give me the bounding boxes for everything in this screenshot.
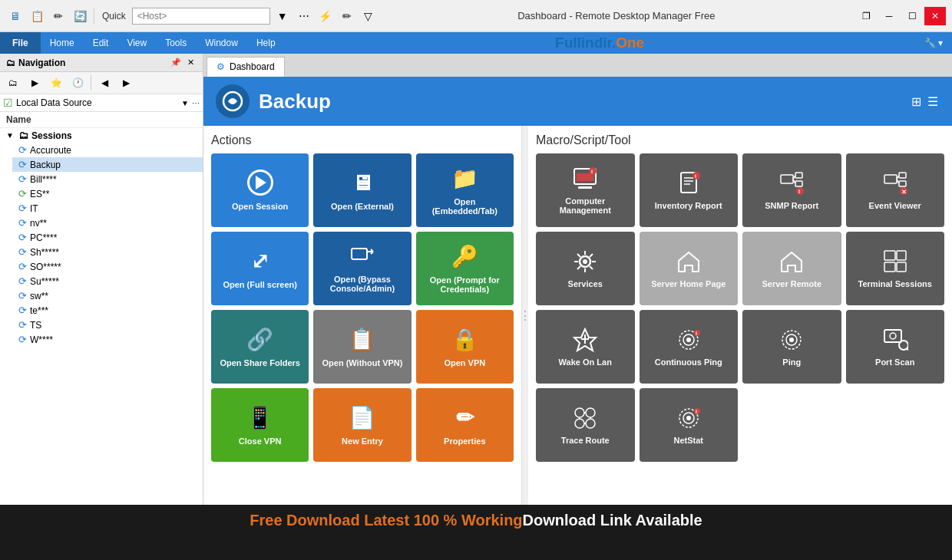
tree-item-backup[interactable]: ⟳ Backup (12, 157, 203, 172)
host-btn-1[interactable]: ⋯ (295, 7, 313, 25)
open-external-icon: 🖥 (352, 170, 373, 196)
nav-arrow-right[interactable]: ▶ (116, 74, 136, 91)
close-nav-btn[interactable]: ✕ (185, 57, 197, 68)
open-session-btn[interactable]: Open Session (211, 153, 309, 227)
menu-edit[interactable]: Edit (84, 32, 118, 54)
tree-item-accuroute[interactable]: ⟳ Accuroute (12, 143, 203, 157)
tree-item-it[interactable]: ⟳ IT (12, 201, 203, 216)
dash-body: Actions Open Session 🖥 Open (Ext (203, 126, 952, 505)
snmp-report-btn[interactable]: i SNMP Report (742, 153, 841, 227)
services-btn[interactable]: Services (536, 232, 635, 305)
nav-star-btn[interactable]: ⭐ (46, 74, 66, 91)
menu-window[interactable]: Window (196, 32, 247, 54)
open-embedded-btn[interactable]: 📁 Open (Embedded/Tab) (416, 153, 514, 227)
open-vpn-btn[interactable]: 🔒 Open VPN (416, 310, 514, 384)
close-vpn-btn[interactable]: 📱 Close VPN (211, 388, 309, 462)
properties-btn[interactable]: ✏ Properties (416, 388, 514, 462)
maximize-btn[interactable]: ☐ (901, 7, 923, 25)
nav-arrow-left[interactable]: ◀ (94, 74, 114, 91)
svg-point-59 (586, 419, 595, 428)
svg-text:✕: ✕ (901, 189, 907, 196)
app-icon-2[interactable]: 📋 (28, 7, 46, 25)
port-scan-label: Port Scan (875, 357, 914, 367)
session-icon-it: ⟳ (18, 203, 27, 214)
datasource-more[interactable]: ⋯ (192, 99, 200, 107)
svg-line-36 (577, 266, 580, 269)
ping-btn[interactable]: Ping (742, 310, 841, 384)
tree-item-w[interactable]: ⟳ W**** (12, 332, 203, 347)
tree-item-pc[interactable]: ⟳ PC**** (12, 230, 203, 245)
port-scan-btn[interactable]: Port Scan (846, 310, 945, 384)
continuous-ping-btn[interactable]: i Continuous Ping (640, 310, 739, 384)
server-remote-btn[interactable]: Server Remote (742, 232, 841, 305)
svg-point-56 (575, 408, 584, 417)
tree-item-nv[interactable]: ⟳ nv** (12, 216, 203, 230)
nav-play-btn[interactable]: ▶ (25, 74, 45, 91)
svg-point-11 (693, 172, 700, 180)
menu-view[interactable]: View (117, 32, 156, 54)
menu-tools[interactable]: Tools (156, 32, 196, 54)
sessions-expand[interactable]: ▼ (6, 131, 15, 140)
menu-file[interactable]: File (0, 32, 41, 54)
filter-icon[interactable]: ▽ (359, 7, 378, 25)
open-novpn-btn[interactable]: 📋 Open (Without VPN) (313, 310, 411, 384)
tree-item-su[interactable]: ⟳ Su***** (12, 274, 203, 288)
computer-management-btn[interactable]: i Computer Management (536, 153, 635, 227)
edit-icon[interactable]: ✏ (49, 7, 68, 25)
host-btn-2[interactable]: ⚡ (316, 7, 335, 25)
item-label-bill: Bill**** (30, 174, 57, 185)
dash-list-btn[interactable]: ☰ (926, 93, 940, 110)
datasource-dropdown[interactable]: ▼ (181, 99, 189, 107)
open-share-icon: 🔗 (246, 327, 273, 352)
host-btn-3[interactable]: ✏ (338, 7, 356, 25)
terminal-sessions-btn[interactable]: Terminal Sessions (846, 232, 945, 305)
app-icon-1[interactable]: 🖥 (6, 7, 25, 25)
sessions-root[interactable]: ▼ 🗂 Sessions (0, 128, 203, 143)
trace-route-btn[interactable]: Trace Route (536, 388, 635, 462)
open-external-btn[interactable]: 🖥 Open (External) (313, 153, 411, 227)
event-viewer-btn[interactable]: ✕ Event Viewer (846, 153, 945, 227)
host-dropdown[interactable]: ▼ (273, 7, 292, 25)
tree-item-sw[interactable]: ⟳ sw** (12, 288, 203, 303)
nav-folder-btn[interactable]: 🗂 (3, 74, 23, 91)
dash-grid-btn[interactable]: ⊞ (910, 93, 923, 110)
menu-home[interactable]: Home (41, 32, 84, 54)
nav-history-btn[interactable]: 🕐 (68, 74, 88, 91)
new-entry-label: New Entry (342, 436, 383, 446)
netstat-btn[interactable]: i NetStat (640, 388, 739, 462)
port-scan-icon (882, 327, 908, 353)
svg-rect-20 (884, 175, 897, 183)
window-options-btn[interactable]: ❐ (855, 7, 877, 25)
tree-item-sh[interactable]: ⟳ Sh***** (12, 245, 203, 259)
toolbar-settings[interactable]: 🔧 ▾ (915, 32, 952, 54)
section-divider[interactable]: ⋮ (522, 126, 528, 505)
server-home-btn[interactable]: Server Home Page (640, 232, 739, 305)
open-credentials-btn[interactable]: 🔑 Open (Prompt for Credentials) (416, 232, 514, 305)
item-label-sw: sw** (30, 291, 48, 301)
host-input[interactable] (132, 8, 270, 25)
wake-on-lan-btn[interactable]: Wake On Lan (536, 310, 635, 384)
close-btn[interactable]: ✕ (924, 7, 946, 25)
open-session-icon (247, 170, 273, 196)
open-share-btn[interactable]: 🔗 Open Share Folders (211, 310, 309, 384)
tab-dashboard[interactable]: ⚙ Dashboard (207, 57, 285, 77)
tree-item-so[interactable]: ⟳ SO***** (12, 259, 203, 274)
session-icon-bill: ⟳ (18, 173, 27, 185)
properties-icon: ✏ (456, 405, 474, 430)
tree-item-te[interactable]: ⟳ te*** (12, 303, 203, 318)
refresh-icon[interactable]: 🔄 (71, 7, 89, 25)
new-entry-btn[interactable]: 📄 New Entry (313, 388, 411, 462)
open-fullscreen-btn[interactable]: ⤢ Open (Full screen) (211, 232, 309, 305)
tree-item-ts[interactable]: ⟳ TS (12, 318, 203, 332)
inventory-report-btn[interactable]: i Inventory Report (640, 153, 739, 227)
open-bypass-btn[interactable]: Open (Bypass Console/Admin) (313, 232, 411, 305)
tree-item-es[interactable]: ⟳ ES** (12, 186, 203, 201)
minimize-btn[interactable]: ─ (878, 7, 900, 25)
window-title: Dashboard - Remote Desktop Manager Free (378, 10, 855, 21)
menu-help[interactable]: Help (247, 32, 285, 54)
nav-toolbar: 🗂 ▶ ⭐ 🕐 ◀ ▶ (0, 72, 203, 94)
pin-btn[interactable]: 📌 (168, 57, 183, 68)
server-home-label: Server Home Page (651, 279, 726, 288)
tree-item-bill[interactable]: ⟳ Bill**** (12, 172, 203, 186)
item-label-backup: Backup (30, 160, 61, 170)
